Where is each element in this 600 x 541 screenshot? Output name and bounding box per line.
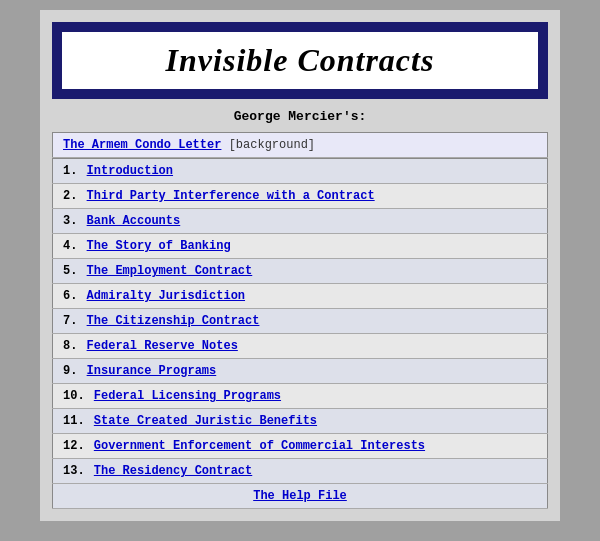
toc-row: 7. The Citizenship Contract <box>53 309 548 334</box>
entry-number: 3. <box>63 214 85 228</box>
toc-row: 1. Introduction <box>53 159 548 184</box>
toc-cell: 2. Third Party Interference with a Contr… <box>53 184 548 209</box>
entry-number: 12. <box>63 439 92 453</box>
toc-row: 11. State Created Juristic Benefits <box>53 409 548 434</box>
toc-table: The Armem Condo Letter [background] <box>52 132 548 158</box>
toc-link[interactable]: Third Party Interference with a Contract <box>87 189 375 203</box>
toc-cell: 6. Admiralty Jurisdiction <box>53 284 548 309</box>
entry-number: 2. <box>63 189 85 203</box>
toc-cell: 9. Insurance Programs <box>53 359 548 384</box>
toc-bottom-cell: The Help File <box>53 484 548 509</box>
toc-row: 5. The Employment Contract <box>53 259 548 284</box>
toc-cell: 11. State Created Juristic Benefits <box>53 409 548 434</box>
toc-cell: 8. Federal Reserve Notes <box>53 334 548 359</box>
toc-link[interactable]: Government Enforcement of Commercial Int… <box>94 439 425 453</box>
toc-row: 3. Bank Accounts <box>53 209 548 234</box>
toc-cell: 12. Government Enforcement of Commercial… <box>53 434 548 459</box>
toc-row: 12. Government Enforcement of Commercial… <box>53 434 548 459</box>
toc-cell: 13. The Residency Contract <box>53 459 548 484</box>
toc-link[interactable]: Admiralty Jurisdiction <box>87 289 245 303</box>
entry-number: 8. <box>63 339 85 353</box>
toc-link[interactable]: The Residency Contract <box>94 464 252 478</box>
toc-link[interactable]: Bank Accounts <box>87 214 181 228</box>
toc-row: 8. Federal Reserve Notes <box>53 334 548 359</box>
toc-bottom-row: The Help File <box>53 484 548 509</box>
toc-row: 2. Third Party Interference with a Contr… <box>53 184 548 209</box>
toc-row: 6. Admiralty Jurisdiction <box>53 284 548 309</box>
toc-link[interactable]: The Story of Banking <box>87 239 231 253</box>
header-inner: Invisible Contracts <box>60 30 540 91</box>
entry-number: 11. <box>63 414 92 428</box>
entry-number: 6. <box>63 289 85 303</box>
toc-row: 4. The Story of Banking <box>53 234 548 259</box>
page-container: Invisible Contracts George Mercier's: Th… <box>40 10 560 521</box>
toc-link[interactable]: Federal Reserve Notes <box>87 339 238 353</box>
help-file-link[interactable]: The Help File <box>253 489 347 503</box>
background-label: [background] <box>229 138 315 152</box>
page-title: Invisible Contracts <box>166 42 435 78</box>
author-line: George Mercier's: <box>52 109 548 124</box>
toc-link[interactable]: State Created Juristic Benefits <box>94 414 317 428</box>
toc-cell: 4. The Story of Banking <box>53 234 548 259</box>
toc-link[interactable]: The Citizenship Contract <box>87 314 260 328</box>
toc-row: 13. The Residency Contract <box>53 459 548 484</box>
entry-number: 1. <box>63 164 85 178</box>
toc-cell: 1. Introduction <box>53 159 548 184</box>
toc-items-table: 1. Introduction2. Third Party Interferen… <box>52 158 548 509</box>
toc-link[interactable]: Insurance Programs <box>87 364 217 378</box>
toc-cell: 10. Federal Licensing Programs <box>53 384 548 409</box>
entry-number: 4. <box>63 239 85 253</box>
toc-row: 10. Federal Licensing Programs <box>53 384 548 409</box>
entry-number: 7. <box>63 314 85 328</box>
entry-number: 5. <box>63 264 85 278</box>
toc-top-cell: The Armem Condo Letter [background] <box>53 133 548 158</box>
toc-cell: 7. The Citizenship Contract <box>53 309 548 334</box>
entry-number: 10. <box>63 389 92 403</box>
header-box: Invisible Contracts <box>52 22 548 99</box>
entry-number: 9. <box>63 364 85 378</box>
toc-top-row: The Armem Condo Letter [background] <box>53 133 548 158</box>
entry-number: 13. <box>63 464 92 478</box>
toc-cell: 3. Bank Accounts <box>53 209 548 234</box>
toc-link[interactable]: Introduction <box>87 164 173 178</box>
toc-link[interactable]: Federal Licensing Programs <box>94 389 281 403</box>
toc-cell: 5. The Employment Contract <box>53 259 548 284</box>
toc-link[interactable]: The Employment Contract <box>87 264 253 278</box>
toc-row: 9. Insurance Programs <box>53 359 548 384</box>
armem-condo-link[interactable]: The Armem Condo Letter <box>63 138 221 152</box>
